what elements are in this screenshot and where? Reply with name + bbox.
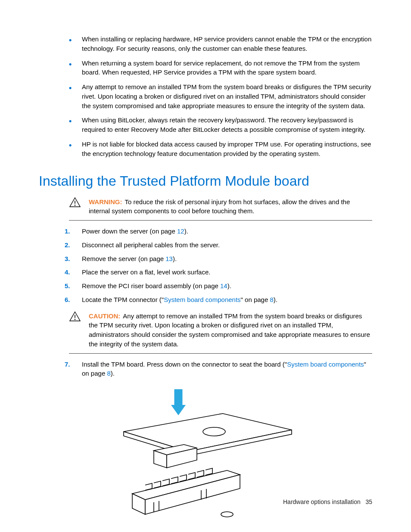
bullet-text: When using BitLocker, always retain the … bbox=[82, 116, 365, 133]
bullet-item: When installing or replacing hardware, H… bbox=[69, 34, 372, 53]
intro-bullet-list: When installing or replacing hardware, H… bbox=[39, 34, 372, 158]
bullet-text: HP is not liable for blocked data access… bbox=[82, 140, 371, 157]
caution-text: Any attempt to remove an installed TPM f… bbox=[89, 312, 370, 348]
page-link[interactable]: 14 bbox=[220, 282, 227, 289]
svg-point-1 bbox=[75, 205, 76, 206]
svg-point-3 bbox=[75, 319, 76, 320]
svg-marker-5 bbox=[171, 405, 186, 415]
step-6: 6. Locate the TPM connector ("System boa… bbox=[65, 295, 372, 305]
step-text: Remove the server (on page bbox=[82, 255, 165, 262]
bullet-text: Any attempt to remove an installed TPM f… bbox=[82, 83, 371, 109]
bullet-text: When returning a system board for servic… bbox=[82, 59, 360, 76]
cross-ref-link[interactable]: System board components bbox=[287, 361, 364, 368]
footer-section: Hardware options installation bbox=[283, 498, 361, 505]
caution-icon bbox=[69, 311, 81, 349]
warning-text: To reduce the risk of personal injury fr… bbox=[89, 198, 350, 215]
step-text: ). bbox=[274, 296, 277, 303]
page-link[interactable]: 8 bbox=[270, 296, 273, 303]
procedure-steps-cont: 7. Install the TPM board. Press down on … bbox=[39, 360, 372, 379]
step-1: 1. Power down the server (on page 12). bbox=[65, 227, 372, 236]
step-text: Disconnect all peripheral cables from th… bbox=[82, 241, 220, 249]
step-number: 4. bbox=[65, 268, 75, 277]
page-link[interactable]: 13 bbox=[165, 255, 173, 262]
svg-rect-4 bbox=[174, 389, 182, 405]
step-text: ). bbox=[184, 227, 188, 235]
step-text: Remove the PCI riser board assembly (on … bbox=[82, 282, 220, 289]
step-text: ). bbox=[111, 370, 115, 377]
step-number: 3. bbox=[65, 254, 75, 264]
warning-icon bbox=[69, 197, 81, 216]
step-number: 2. bbox=[65, 240, 75, 250]
step-3: 3. Remove the server (on page 13). bbox=[65, 254, 372, 264]
step-text: Locate the TPM connector (" bbox=[82, 296, 164, 303]
step-7: 7. Install the TPM board. Press down on … bbox=[65, 360, 372, 379]
section-heading: Installing the Trusted Platform Module b… bbox=[39, 171, 372, 191]
procedure-steps: 1. Power down the server (on page 12). 2… bbox=[39, 227, 372, 305]
caution-label: CAUTION: bbox=[89, 312, 120, 320]
bullet-item: HP is not liable for blocked data access… bbox=[69, 140, 372, 159]
footer-page: 35 bbox=[365, 498, 372, 505]
page-link[interactable]: 12 bbox=[177, 227, 184, 235]
warning-body: WARNING:To reduce the risk of personal i… bbox=[89, 197, 372, 216]
svg-marker-7 bbox=[124, 414, 292, 451]
svg-point-21 bbox=[221, 512, 233, 517]
warning-admonition: WARNING:To reduce the risk of personal i… bbox=[69, 195, 372, 221]
caution-admonition: CAUTION:Any attempt to remove an install… bbox=[69, 309, 372, 354]
caution-body: CAUTION:Any attempt to remove an install… bbox=[89, 311, 372, 349]
step-5: 5. Remove the PCI riser board assembly (… bbox=[65, 281, 372, 291]
step-4: 4. Place the server on a flat, level wor… bbox=[65, 268, 372, 277]
step-text: Install the TPM board. Press down on the… bbox=[82, 361, 287, 368]
step-number: 5. bbox=[65, 281, 75, 291]
step-2: 2. Disconnect all peripheral cables from… bbox=[65, 240, 372, 250]
warning-label: WARNING: bbox=[89, 198, 122, 205]
step-text: ). bbox=[173, 255, 177, 262]
page-link[interactable]: 8 bbox=[107, 370, 110, 377]
step-text: Place the server on a flat, level work s… bbox=[82, 268, 210, 276]
bullet-text: When installing or replacing hardware, H… bbox=[82, 35, 371, 52]
page-footer: Hardware options installation 35 bbox=[283, 498, 372, 506]
bullet-item: Any attempt to remove an installed TPM f… bbox=[69, 82, 372, 110]
step-number: 6. bbox=[65, 295, 75, 305]
cross-ref-link[interactable]: System board components bbox=[164, 296, 240, 303]
step-text: " on page bbox=[241, 296, 270, 303]
bullet-item: When returning a system board for servic… bbox=[69, 59, 372, 78]
step-text: Power down the server (on page bbox=[82, 227, 177, 235]
step-number: 7. bbox=[65, 360, 75, 369]
step-text: ). bbox=[227, 282, 231, 289]
bullet-item: When using BitLocker, always retain the … bbox=[69, 115, 372, 134]
step-number: 1. bbox=[65, 227, 75, 236]
tpm-diagram-svg bbox=[111, 387, 300, 520]
